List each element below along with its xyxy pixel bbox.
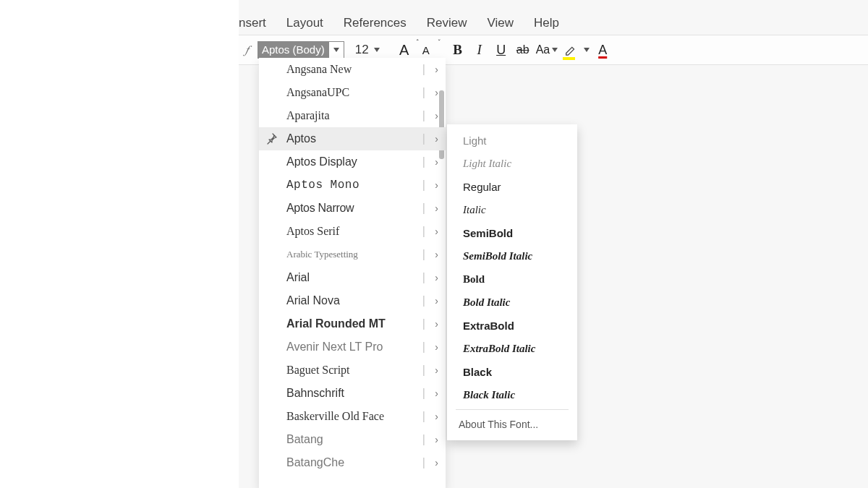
font-option[interactable]: Arabic Typesetting|› bbox=[259, 243, 446, 266]
font-option[interactable]: Aptos Mono|› bbox=[259, 174, 446, 197]
font-variant-option[interactable]: ExtraBold bbox=[447, 314, 577, 337]
row-separator: | bbox=[422, 179, 425, 192]
font-option[interactable]: Aptos Serif|› bbox=[259, 220, 446, 243]
font-option[interactable]: Arial Nova|› bbox=[259, 289, 446, 312]
font-option[interactable]: Avenir Next LT Pro|› bbox=[259, 335, 446, 359]
chevron-right-icon: › bbox=[435, 179, 438, 191]
font-variant-option[interactable]: Light bbox=[447, 129, 577, 152]
font-variant-option[interactable]: ExtraBold Italic bbox=[447, 337, 577, 360]
menu-insert[interactable]: nsert bbox=[239, 16, 266, 30]
bold-button[interactable]: B bbox=[449, 41, 467, 59]
font-variant-option[interactable]: Regular bbox=[447, 175, 577, 198]
font-option[interactable]: Aptos Display|› bbox=[259, 150, 446, 174]
chevron-right-icon: › bbox=[435, 133, 438, 145]
highlight-color-caret[interactable] bbox=[584, 48, 590, 52]
chevron-right-icon: › bbox=[435, 364, 438, 376]
font-size-caret[interactable] bbox=[374, 48, 380, 52]
font-variant-option[interactable]: Black Italic bbox=[447, 383, 577, 406]
font-variant-option[interactable]: Italic bbox=[447, 198, 577, 221]
font-option-label: Aparajita bbox=[286, 109, 330, 122]
row-separator: | bbox=[422, 132, 425, 145]
font-variant-option[interactable]: Black bbox=[447, 360, 577, 383]
font-option[interactable]: Baguet Script|› bbox=[259, 359, 446, 382]
row-separator: | bbox=[422, 202, 425, 215]
font-option[interactable]: Aparajita|› bbox=[259, 104, 446, 127]
font-name-value[interactable]: Aptos (Body) bbox=[258, 41, 328, 59]
row-separator: | bbox=[422, 225, 425, 238]
chevron-right-icon: › bbox=[435, 434, 438, 445]
chevron-right-icon: › bbox=[435, 295, 438, 307]
font-option[interactable]: Baskerville Old Face|› bbox=[259, 405, 446, 428]
font-option-label: Aptos Mono bbox=[286, 179, 359, 192]
app-viewport: nsert Layout References Review View Help… bbox=[239, 0, 868, 488]
font-variant-option[interactable]: SemiBold bbox=[447, 221, 577, 244]
increase-font-size-button[interactable]: Aˆ bbox=[396, 41, 413, 59]
font-option-label: Aptos Narrow bbox=[286, 202, 354, 215]
row-separator: | bbox=[422, 109, 425, 122]
italic-button[interactable]: I bbox=[471, 41, 488, 59]
font-option[interactable]: Arial Rounded MT|› bbox=[259, 312, 446, 335]
chevron-right-icon: › bbox=[435, 226, 438, 237]
row-separator: | bbox=[422, 456, 425, 469]
font-option-label: Aptos Serif bbox=[286, 225, 339, 238]
font-variant-flyout[interactable]: LightLight ItalicRegularItalicSemiBoldSe… bbox=[447, 124, 577, 440]
font-variant-option[interactable]: Bold Italic bbox=[447, 291, 577, 314]
font-option-label: Arial Rounded MT bbox=[286, 317, 386, 330]
font-color-button[interactable]: A bbox=[594, 41, 611, 59]
menu-layout[interactable]: Layout bbox=[286, 16, 323, 30]
flyout-divider bbox=[456, 409, 569, 410]
row-separator: | bbox=[422, 410, 425, 423]
font-option[interactable]: Angsana New|› bbox=[259, 58, 446, 81]
font-option[interactable]: Aptos Narrow|› bbox=[259, 197, 446, 220]
decrease-font-size-button[interactable]: Aˇ bbox=[417, 41, 435, 59]
font-option[interactable]: Aptos|› bbox=[259, 127, 446, 150]
font-dropdown[interactable]: Angsana New|›AngsanaUPC|›Aparajita|›Apto… bbox=[259, 58, 446, 488]
font-name-caret[interactable] bbox=[328, 41, 344, 59]
font-option[interactable]: AngsanaUPC|› bbox=[259, 81, 446, 104]
font-option-label: BatangChe bbox=[286, 456, 344, 469]
chevron-right-icon: › bbox=[435, 411, 438, 422]
font-option-label: Bahnschrift bbox=[286, 387, 344, 400]
font-option-label: Batang bbox=[286, 433, 323, 446]
font-option[interactable]: Arial|› bbox=[259, 266, 446, 289]
about-this-font[interactable]: About This Font... bbox=[447, 413, 577, 436]
font-option-label: Arial bbox=[286, 271, 310, 284]
highlight-color-button[interactable] bbox=[562, 42, 579, 58]
font-variant-option[interactable]: Light Italic bbox=[447, 152, 577, 175]
chevron-right-icon: › bbox=[435, 110, 438, 121]
menu-review[interactable]: Review bbox=[427, 16, 467, 30]
chevron-right-icon: › bbox=[435, 156, 438, 168]
row-separator: | bbox=[422, 387, 425, 400]
row-separator: | bbox=[422, 364, 425, 377]
font-size-selector[interactable]: 12 bbox=[353, 43, 380, 57]
chevron-right-icon: › bbox=[435, 272, 438, 283]
row-separator: | bbox=[422, 294, 425, 307]
menu-help[interactable]: Help bbox=[534, 16, 559, 30]
format-painter-icon[interactable]: 𝑓 bbox=[242, 43, 253, 56]
chevron-right-icon: › bbox=[435, 457, 438, 468]
font-size-value[interactable]: 12 bbox=[353, 43, 371, 57]
strikethrough-button[interactable]: ab bbox=[514, 41, 532, 59]
font-option[interactable]: BatangChe|› bbox=[259, 451, 446, 474]
row-separator: | bbox=[422, 433, 425, 446]
font-variant-option[interactable]: SemiBold Italic bbox=[447, 244, 577, 267]
font-option-label: Avenir Next LT Pro bbox=[286, 341, 383, 354]
row-separator: | bbox=[422, 86, 425, 99]
menu-references[interactable]: References bbox=[344, 16, 407, 30]
font-option[interactable]: Bahnschrift|› bbox=[259, 382, 446, 405]
chevron-right-icon: › bbox=[435, 64, 438, 75]
row-separator: | bbox=[422, 155, 425, 168]
pin-icon bbox=[266, 133, 278, 145]
font-option-label: Baguet Script bbox=[286, 364, 350, 377]
font-option[interactable]: Batang|› bbox=[259, 428, 446, 451]
menu-view[interactable]: View bbox=[488, 16, 514, 30]
chevron-right-icon: › bbox=[435, 87, 438, 98]
font-option-label: AngsanaUPC bbox=[286, 86, 349, 99]
font-name-selector[interactable]: Aptos (Body) bbox=[258, 41, 344, 59]
row-separator: | bbox=[422, 271, 425, 284]
chevron-right-icon: › bbox=[435, 341, 438, 353]
change-case-button[interactable]: Aa bbox=[536, 41, 558, 59]
font-variant-option[interactable]: Bold bbox=[447, 267, 577, 291]
underline-button[interactable]: U bbox=[493, 41, 510, 59]
row-separator: | bbox=[422, 248, 425, 261]
